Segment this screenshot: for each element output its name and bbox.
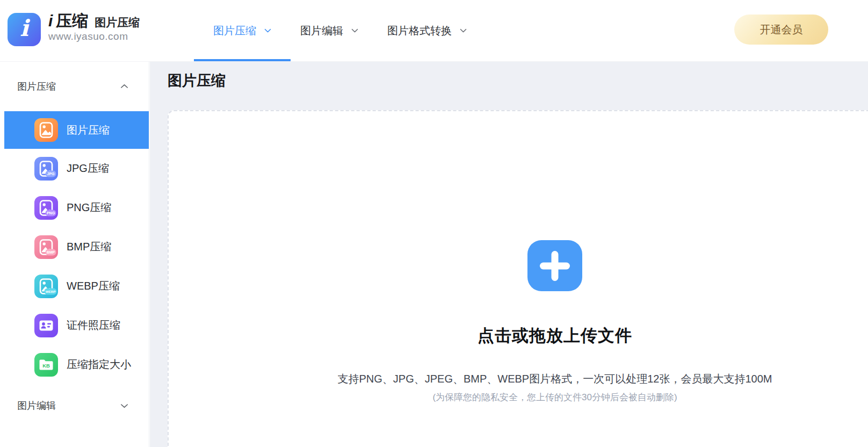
main-content: 图片压缩 点击或拖放上传文件 支持PNG、JPG、JPEG、BMP、WEBP图片… — [150, 61, 868, 447]
bmp-compress-icon: BMP — [34, 235, 58, 259]
upload-description: 支持PNG、JPG、JPEG、BMP、WEBP图片格式，一次可以处理12张，会员… — [338, 371, 772, 386]
sidebar-section-image-edit[interactable]: 图片编辑 — [4, 387, 149, 424]
sidebar-item-id-photo-compress[interactable]: 证件照压缩 — [4, 306, 149, 345]
svg-text:KB: KB — [42, 363, 50, 369]
logo-icon: i — [8, 13, 41, 46]
sidebar-item-label: BMP压缩 — [67, 240, 111, 254]
logo-letter: i — [20, 15, 28, 41]
section-label: 图片压缩 — [17, 80, 56, 93]
jpg-compress-icon: JPG — [34, 157, 58, 181]
sidebar-item-label: 压缩指定大小 — [67, 357, 131, 372]
webp-compress-icon: WEBP — [34, 275, 58, 298]
sidebar-item-label: 证件照压缩 — [67, 318, 120, 333]
sidebar-section-image-compress[interactable]: 图片压缩 — [4, 61, 149, 111]
page-title: 图片压缩 — [168, 71, 226, 90]
chevron-down-icon — [264, 28, 271, 33]
chevron-down-icon — [351, 28, 358, 33]
nav-item-format-convert[interactable]: 图片格式转换 — [387, 0, 467, 61]
open-vip-button[interactable]: 开通会员 — [734, 15, 828, 45]
upload-dropzone[interactable]: 点击或拖放上传文件 支持PNG、JPG、JPEG、BMP、WEBP图片格式，一次… — [168, 110, 868, 447]
svg-text:WEBP: WEBP — [46, 290, 56, 293]
sidebar-item-image-compress[interactable]: 图片压缩 — [4, 111, 149, 149]
chevron-down-icon — [460, 28, 467, 33]
image-compress-icon — [34, 118, 58, 142]
nav-label: 图片压缩 — [213, 24, 256, 38]
top-header: i i压缩 图片压缩 www.iyasuo.com 图片压缩 图片编辑 图片格式… — [0, 0, 868, 62]
main-nav: 图片压缩 图片编辑 图片格式转换 — [213, 0, 467, 61]
upload-title: 点击或拖放上传文件 — [478, 326, 632, 346]
brand-title: i压缩 — [48, 13, 88, 29]
sidebar-item-label: WEBP压缩 — [67, 279, 120, 293]
sidebar-item-label: 图片压缩 — [67, 123, 110, 138]
section-label: 图片编辑 — [17, 399, 56, 412]
sidebar-item-bmp-compress[interactable]: BMP BMP压缩 — [4, 227, 149, 266]
upload-privacy-note: (为保障您的隐私安全，您上传的文件30分钟后会被自动删除) — [432, 391, 677, 404]
chevron-up-icon — [120, 84, 128, 89]
add-files-button[interactable] — [527, 240, 582, 291]
nav-item-image-edit[interactable]: 图片编辑 — [300, 0, 358, 61]
sidebar-item-png-compress[interactable]: PNG PNG压缩 — [4, 188, 149, 227]
png-compress-icon: PNG — [34, 196, 58, 220]
site-logo[interactable]: i i压缩 图片压缩 www.iyasuo.com — [8, 13, 140, 46]
brand-domain: www.iyasuo.com — [48, 31, 140, 42]
sidebar: 图片压缩 图片压缩 JPG JPG压缩 PNG PNG压缩 BMP — [0, 61, 149, 447]
sidebar-item-label: PNG压缩 — [67, 200, 111, 215]
sidebar-item-jpg-compress[interactable]: JPG JPG压缩 — [4, 149, 149, 188]
sidebar-item-label: JPG压缩 — [67, 161, 109, 176]
target-size-icon: KB — [34, 353, 58, 377]
nav-label: 图片格式转换 — [387, 24, 452, 38]
id-photo-compress-icon — [34, 314, 58, 337]
nav-item-image-compress[interactable]: 图片压缩 — [213, 0, 271, 61]
svg-text:BMP: BMP — [47, 250, 55, 254]
svg-text:JPG: JPG — [47, 172, 55, 176]
sidebar-item-target-size-compress[interactable]: KB 压缩指定大小 — [4, 345, 149, 384]
chevron-down-icon — [120, 403, 128, 408]
svg-text:PNG: PNG — [47, 211, 55, 215]
brand-subtitle: 图片压缩 — [95, 17, 140, 28]
nav-label: 图片编辑 — [300, 24, 343, 38]
sidebar-item-webp-compress[interactable]: WEBP WEBP压缩 — [4, 266, 149, 306]
